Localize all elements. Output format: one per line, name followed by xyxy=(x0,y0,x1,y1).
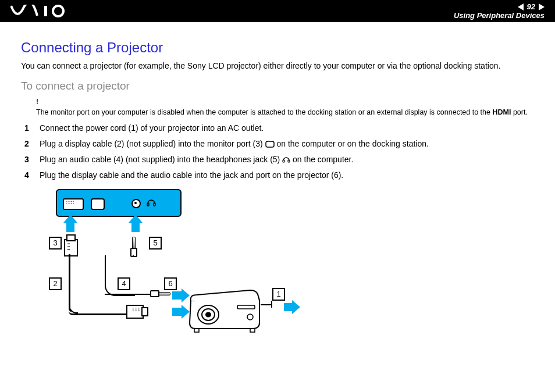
headphones-icon xyxy=(282,155,290,163)
step-1: Connect the power cord (1) of your proje… xyxy=(21,123,534,134)
warning-icon: ! xyxy=(36,97,534,107)
svg-rect-2 xyxy=(266,141,274,147)
note-bold: HDMI xyxy=(492,108,511,116)
vaio-logo-svg xyxy=(10,5,69,17)
page-number: 92 xyxy=(527,2,535,11)
svg-rect-12 xyxy=(194,329,199,332)
audio-cable xyxy=(105,255,135,296)
monitor-port-icon xyxy=(265,141,275,148)
page-content: Connecting a Projector You can connect a… xyxy=(0,22,555,350)
headphones-port-icon xyxy=(147,198,156,209)
intro-paragraph: You can connect a projector (for example… xyxy=(21,60,534,72)
svg-point-9 xyxy=(205,312,211,317)
note-text-1: The monitor port on your computer is dis… xyxy=(36,108,492,116)
step-2: Plug a display cable (2) (not supplied) … xyxy=(21,138,534,149)
vga-port-icon xyxy=(63,198,84,210)
audio-plug-icon xyxy=(132,237,136,254)
power-cord xyxy=(261,304,272,307)
arrow-icon xyxy=(172,308,183,316)
arrow-icon xyxy=(172,291,183,300)
diagram-label-3: 3 xyxy=(49,237,62,250)
diagram-label-5: 5 xyxy=(149,237,162,250)
step-4: Plug the display cable and the audio cab… xyxy=(21,170,534,181)
computer-port-panel xyxy=(56,189,182,217)
sub-heading: To connect a projector xyxy=(21,80,534,92)
monitor-port-icon xyxy=(91,198,105,210)
step-3: Plug an audio cable (4) (not supplied) i… xyxy=(21,154,534,165)
section-name: Using Peripheral Devices xyxy=(454,11,545,20)
header-bar: 92 Using Peripheral Devices xyxy=(0,0,555,22)
diagram-label-1: 1 xyxy=(272,288,285,301)
page-title: Connecting a Projector xyxy=(21,40,534,56)
audio-cable xyxy=(105,294,151,296)
projector-icon xyxy=(187,288,263,332)
power-cord xyxy=(271,301,273,308)
warning-note: ! The monitor port on your computer is d… xyxy=(36,97,534,117)
diagram-label-2: 2 xyxy=(49,277,62,290)
next-page-arrow-icon[interactable] xyxy=(539,3,545,10)
audio-plug-icon xyxy=(150,291,171,296)
diagram-label-6: 6 xyxy=(164,277,177,290)
vga-plug-icon xyxy=(126,305,144,319)
note-text-2: port. xyxy=(511,108,528,116)
svg-rect-13 xyxy=(250,329,255,332)
arrow-icon xyxy=(66,222,74,232)
arrow-icon xyxy=(131,222,140,232)
vaio-logo xyxy=(10,0,69,22)
page-nav: 92 Using Peripheral Devices xyxy=(454,0,545,22)
connection-diagram: 3 5 2 4 6 1 xyxy=(35,187,291,350)
arrow-icon xyxy=(284,303,293,311)
svg-point-1 xyxy=(53,6,63,16)
steps-list: Connect the power cord (1) of your proje… xyxy=(21,123,534,181)
prev-page-arrow-icon[interactable] xyxy=(518,3,524,10)
audio-jack-icon xyxy=(131,199,141,208)
svg-rect-0 xyxy=(44,6,47,16)
